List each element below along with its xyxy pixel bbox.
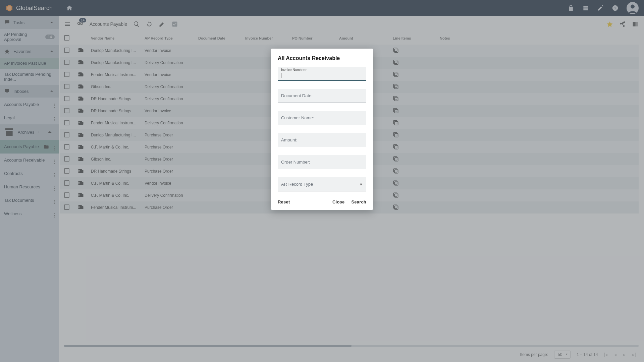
invoice-numbers-field[interactable]: Invoice Numbers: [278,67,366,81]
search-button[interactable]: Search [351,199,366,204]
amount-field[interactable]: Amount: [278,133,366,147]
close-button[interactable]: Close [332,199,344,204]
field-label: Invoice Numbers: [281,68,307,72]
modal-title: All Accounts Receivable [278,55,366,61]
reset-button[interactable]: Reset [278,199,290,204]
modal-overlay[interactable]: All Accounts Receivable Invoice Numbers:… [0,0,644,362]
search-modal: All Accounts Receivable Invoice Numbers:… [271,49,373,210]
field-label: AR Record Type [281,182,363,187]
field-label: Order Number: [281,160,363,165]
modal-actions: Reset Close Search [278,199,366,204]
field-label: Customer Name: [281,115,363,120]
ar-record-type-select[interactable]: AR Record Type ▼ [278,177,366,191]
field-label: Document Date: [281,93,363,98]
order-number-field[interactable]: Order Number: [278,155,366,169]
field-label: Amount: [281,137,363,142]
customer-name-field[interactable]: Customer Name: [278,111,366,125]
chevron-down-icon: ▼ [359,182,363,186]
document-date-field[interactable]: Document Date: [278,89,366,103]
